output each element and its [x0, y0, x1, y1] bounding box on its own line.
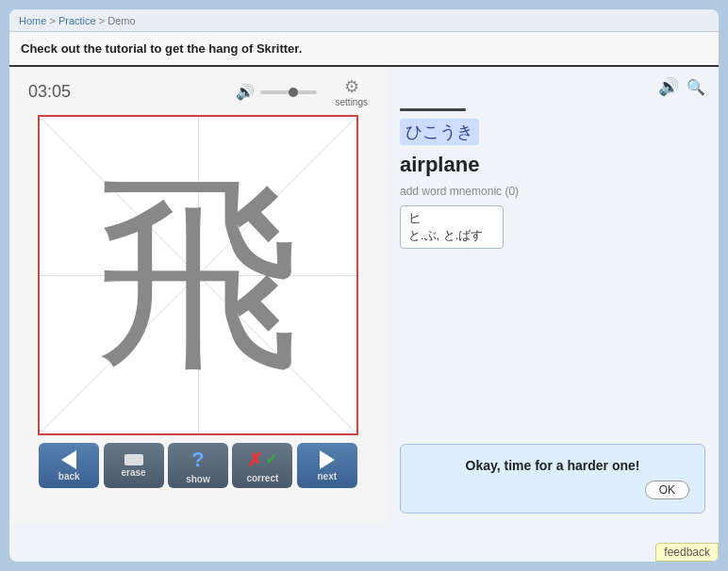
correct-label: correct: [246, 473, 278, 483]
show-button[interactable]: ? show: [168, 443, 228, 488]
breadcrumb-home[interactable]: Home: [19, 15, 46, 26]
drawing-canvas[interactable]: 飛: [38, 115, 358, 435]
top-bar: Home > Practice > Demo: [9, 9, 719, 32]
x-check-container: ✗ ✓: [247, 449, 277, 471]
main-container: Home > Practice > Demo Check out the tut…: [9, 9, 719, 562]
question-mark-icon: ?: [191, 448, 204, 472]
zoom-icon[interactable]: 🔍: [687, 78, 705, 96]
message-box: Okay, time for a harder one! OK: [400, 444, 705, 514]
furigana-text: ひこうき: [400, 119, 479, 145]
erase-button[interactable]: erase: [104, 443, 164, 488]
back-button[interactable]: back: [39, 443, 99, 488]
breadcrumb-current: Demo: [108, 15, 135, 26]
notice-text: Check out the tutorial to get the hang o…: [21, 41, 302, 56]
reading-bar: [400, 108, 466, 111]
breadcrumb: Home > Practice > Demo: [19, 15, 136, 26]
erase-label: erase: [122, 467, 146, 478]
settings-gear-icon: ⚙: [344, 76, 359, 97]
left-panel: 03:05 🔊 ⚙ settings: [9, 67, 387, 523]
notice-bar: Check out the tutorial to get the hang o…: [9, 32, 719, 67]
breadcrumb-practice[interactable]: Practice: [58, 15, 96, 26]
back-arrow-icon: [61, 450, 76, 469]
next-arrow-icon: [320, 450, 335, 469]
eraser-icon: [124, 454, 143, 465]
next-button[interactable]: next: [297, 443, 357, 488]
right-top-icons: 🔊 🔍: [400, 76, 705, 97]
message-text: Okay, time for a harder one!: [416, 458, 689, 473]
bottom-buttons: back erase ? show ✗ ✓ correct: [38, 443, 358, 488]
x-icon: ✗: [247, 449, 263, 471]
volume-area: 🔊: [236, 83, 317, 101]
volume-slider-thumb: [289, 88, 298, 97]
word-english: airplane: [400, 153, 705, 177]
back-label: back: [58, 471, 80, 481]
correct-button[interactable]: ✗ ✓ correct: [232, 443, 292, 488]
timer-bar: 03:05 🔊 ⚙ settings: [19, 76, 377, 107]
check-icon: ✓: [265, 450, 277, 468]
mnemonic-link[interactable]: add word mnemonic (0): [400, 185, 705, 198]
feedback-button[interactable]: feedback: [655, 543, 719, 562]
timer-display: 03:05: [28, 82, 71, 102]
show-label: show: [186, 474, 210, 484]
breadcrumb-sep2: >: [99, 15, 108, 26]
settings-button[interactable]: ⚙ settings: [336, 76, 368, 107]
furigana-display: ひこうき: [400, 119, 705, 145]
settings-label: settings: [336, 97, 368, 107]
reading-kunyomi: と.ぶ, と.ばす: [408, 227, 495, 244]
next-label: next: [317, 471, 337, 481]
sound-icon[interactable]: 🔊: [658, 76, 679, 97]
volume-icon[interactable]: 🔊: [236, 83, 255, 101]
kanji-character: 飛: [94, 171, 302, 379]
reading-box: ヒ と.ぶ, と.ばす: [400, 205, 504, 249]
ok-button[interactable]: OK: [645, 481, 689, 499]
breadcrumb-sep1: >: [49, 15, 58, 26]
content-area: 03:05 🔊 ⚙ settings: [9, 67, 719, 523]
volume-slider[interactable]: [260, 90, 317, 94]
right-panel: 🔊 🔍 ひこうき airplane add word mnemonic (0) …: [387, 67, 719, 523]
reading-kanji: ヒ: [408, 210, 495, 227]
